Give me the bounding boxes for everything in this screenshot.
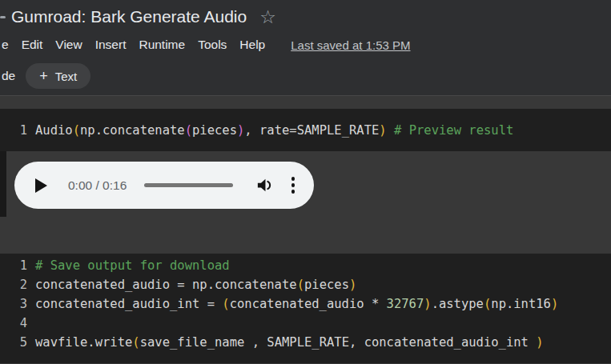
kebab-menu-icon[interactable] [291,177,295,194]
line-number: 1 [0,121,27,140]
plus-icon: + [39,69,48,83]
menu-item-file-truncated[interactable]: e [2,38,9,52]
last-saved-link[interactable]: Last saved at 1:53 PM [291,38,410,52]
logo-fragment [0,16,6,18]
code-text: concatenated_audio = np.concatenate(piec… [35,275,356,294]
menu-item-edit[interactable]: Edit [22,38,43,52]
code-line[interactable]: 4 [0,314,611,333]
code-line[interactable]: 1Audio(np.concatenate(pieces), rate=SAMP… [0,121,611,140]
menu-bar: e Edit View Insert Runtime Tools Help La… [0,34,611,56]
code-text: # Save output for download [35,256,230,275]
volume-icon[interactable] [255,176,274,194]
add-text-label: Text [55,70,78,83]
seek-bar[interactable] [144,183,232,187]
star-icon[interactable]: ☆ [259,8,276,26]
title-row: Gumroad: Bark Generate Audio ☆ [0,0,611,34]
code-line[interactable]: 2concatenated_audio = np.concatenate(pie… [0,275,611,294]
add-code-button-truncated[interactable]: de [2,69,15,83]
code-text: wavfile.write(save_file_name , SAMPLE_RA… [35,333,544,352]
cell-toolbar: de + Text [0,56,611,96]
code-text: Audio(np.concatenate(pieces), rate=SAMPL… [35,121,513,140]
code-cell-1[interactable]: 1Audio(np.concatenate(pieces), rate=SAMP… [0,109,611,151]
audio-player[interactable]: 0:00 / 0:16 [14,162,314,209]
line-number: 2 [0,275,27,294]
menu-item-insert[interactable]: Insert [95,38,127,52]
menu-item-tools[interactable]: Tools [198,38,227,52]
menu-item-view[interactable]: View [55,38,82,52]
code-line[interactable]: 3concatenated_audio_int = (concatenated_… [0,294,611,314]
code-cell-2[interactable]: 1# Save output for download2concatenated… [0,254,611,363]
line-number: 1 [0,256,27,275]
code-line[interactable]: 1# Save output for download [0,256,611,275]
add-text-button[interactable]: + Text [26,63,90,89]
notebook-title[interactable]: Gumroad: Bark Generate Audio [11,7,247,26]
menu-item-runtime[interactable]: Runtime [139,38,185,52]
notebook-area: 1Audio(np.concatenate(pieces), rate=SAMP… [0,109,611,363]
playback-time: 0:00 / 0:16 [68,178,127,193]
line-number: 3 [0,294,27,314]
code-line[interactable]: 5wavfile.write(save_file_name , SAMPLE_R… [0,333,611,352]
line-number: 4 [0,314,27,333]
code-text: concatenated_audio_int = (concatenated_a… [35,294,558,314]
menu-item-help[interactable]: Help [239,38,265,52]
output-left-gutter [0,151,6,217]
play-button-icon[interactable] [35,178,47,193]
cell-output-area: 0:00 / 0:16 [0,151,611,254]
app-header: Gumroad: Bark Generate Audio ☆ e Edit Vi… [0,0,611,96]
line-number: 5 [0,333,27,352]
